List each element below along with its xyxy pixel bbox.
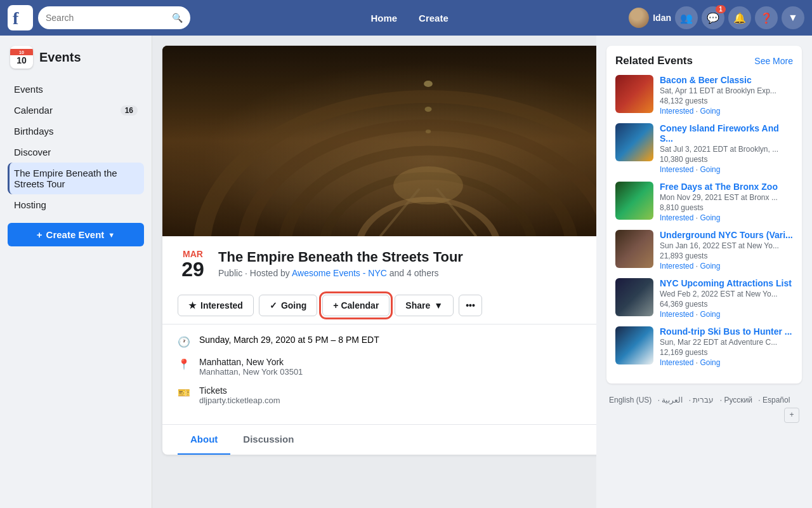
tickets-label: Tickets xyxy=(199,385,622,396)
interested-button[interactable]: ★ Interested xyxy=(178,295,254,316)
notification-badge: 1 xyxy=(716,5,726,13)
search-box: 🔍 xyxy=(38,6,190,29)
related-going-link[interactable]: Going xyxy=(700,262,720,271)
related-interested-link[interactable]: Interested xyxy=(660,213,693,222)
related-thumb xyxy=(615,278,653,316)
share-chevron-icon: ▼ xyxy=(434,300,443,311)
sidebar-item-calendar[interactable]: Calendar 16 xyxy=(8,100,144,121)
more-options-button[interactable]: ••• xyxy=(459,295,482,316)
notifications-icon-btn[interactable]: 🔔 xyxy=(728,6,751,29)
footer-link-spanish[interactable]: Español xyxy=(763,396,790,404)
sidebar-title: Events xyxy=(39,50,81,65)
facebook-logo[interactable]: f xyxy=(8,5,33,30)
tab-about[interactable]: About xyxy=(178,425,230,455)
related-event-when: Sat, Apr 11 EDT at Brooklyn Exp... xyxy=(660,86,793,95)
related-event-guests: 64,369 guests xyxy=(660,300,793,309)
question-icon: ❓ xyxy=(760,12,773,24)
related-event-when: Sun Jan 16, 2022 EST at New Yo... xyxy=(660,241,793,250)
create-link[interactable]: Create xyxy=(410,8,457,29)
location-name: Manhattan, New York xyxy=(199,357,628,367)
sidebar-header: 10 10 Events xyxy=(8,46,144,69)
related-item: NYC Upcoming Attractions List Wed Feb 2,… xyxy=(615,278,793,319)
add-to-calendar-button[interactable]: + Calendar xyxy=(322,295,390,316)
related-event-actions: Interested · Going xyxy=(660,358,793,367)
related-event-actions: Interested · Going xyxy=(660,165,793,174)
location-icon: 📍 xyxy=(178,358,190,370)
search-input[interactable] xyxy=(46,13,168,23)
related-event-when: Sat Jul 3, 2021 EDT at Brooklyn, ... xyxy=(660,145,793,154)
add-language-button[interactable]: + xyxy=(784,408,799,423)
ellipsis-icon: ••• xyxy=(466,300,475,311)
going-label: Going xyxy=(281,300,306,311)
check-icon: ✓ xyxy=(270,300,277,311)
related-item: Free Days at The Bronx Zoo Mon Nov 29, 2… xyxy=(615,182,793,222)
related-going-link[interactable]: Going xyxy=(700,213,720,222)
related-thumb xyxy=(615,326,653,364)
star-icon: ★ xyxy=(188,300,197,311)
related-interested-link[interactable]: Interested xyxy=(660,262,693,271)
related-event-when: Mon Nov 29, 2021 EST at Bronx ... xyxy=(660,193,793,202)
related-event-name[interactable]: NYC Upcoming Attractions List xyxy=(660,278,793,288)
event-host-suffix: and 4 others xyxy=(390,268,439,278)
sidebar-item-birthdays[interactable]: Birthdays xyxy=(8,121,144,142)
messenger-icon-btn[interactable]: 💬 1 xyxy=(702,6,724,29)
calendar-add-label: + Calendar xyxy=(333,300,379,311)
share-button[interactable]: Share ▼ xyxy=(395,295,454,316)
footer-link-hebrew[interactable]: עברית xyxy=(693,396,714,404)
sidebar-item-discover[interactable]: Discover xyxy=(8,142,144,163)
top-navigation: f 🔍 Home Create Idan 👥 💬 1 🔔 xyxy=(0,0,812,36)
related-event-actions: Interested · Going xyxy=(660,213,793,222)
related-event-name[interactable]: Bacon & Beer Classic xyxy=(660,75,793,85)
related-event-name[interactable]: Underground NYC Tours (Vari... xyxy=(660,230,793,240)
plus-icon: + xyxy=(37,229,43,240)
create-chevron-icon: ▼ xyxy=(108,231,115,239)
event-visibility: Public xyxy=(218,268,242,278)
related-event-guests: 8,810 guests xyxy=(660,203,793,212)
messenger-icon: 💬 xyxy=(707,12,719,24)
event-day: 29 xyxy=(178,259,208,279)
related-interested-link[interactable]: Interested xyxy=(660,165,693,174)
sidebar-item-hosting[interactable]: Hosting xyxy=(8,194,144,215)
related-interested-link[interactable]: Interested xyxy=(660,310,693,319)
related-events-panel: Related Events See More Bacon & Beer Cla… xyxy=(596,36,812,508)
related-event-name[interactable]: Free Days at The Bronx Zoo xyxy=(660,182,793,192)
related-event-name[interactable]: Coney Island Fireworks And S... xyxy=(660,123,793,144)
related-thumb xyxy=(615,230,653,268)
menu-chevron-btn[interactable]: ▼ xyxy=(782,6,804,29)
related-thumb xyxy=(615,182,653,220)
bell-icon: 🔔 xyxy=(733,12,746,24)
event-meta: Public · Hosted by Awesome Events - NYC … xyxy=(218,268,463,278)
related-event-guests: 48,132 guests xyxy=(660,97,793,105)
related-item: Coney Island Fireworks And S... Sat Jul … xyxy=(615,123,793,174)
related-event-name[interactable]: Round-trip Ski Bus to Hunter ... xyxy=(660,326,793,337)
related-interested-link[interactable]: Interested xyxy=(660,358,693,367)
footer-link-arabic[interactable]: العربية xyxy=(662,396,683,404)
user-profile[interactable]: Idan xyxy=(629,8,671,28)
help-icon-btn[interactable]: ❓ xyxy=(755,6,778,29)
sidebar-item-events[interactable]: Events xyxy=(8,79,144,100)
tab-discussion[interactable]: Discussion xyxy=(230,425,306,455)
related-going-link[interactable]: Going xyxy=(700,358,720,367)
footer-link-russian[interactable]: Русский xyxy=(724,396,752,404)
related-event-guests: 12,169 guests xyxy=(660,348,793,357)
home-link[interactable]: Home xyxy=(362,8,406,29)
clock-icon: 🕐 xyxy=(178,336,190,348)
related-going-link[interactable]: Going xyxy=(700,310,720,319)
sidebar-item-empire-tour[interactable]: The Empire Beneath the Streets Tour xyxy=(8,163,144,194)
create-event-button[interactable]: + Create Event ▼ xyxy=(8,223,144,246)
related-event-when: Sun, Mar 22 EDT at Adventure C... xyxy=(660,338,793,347)
see-more-button[interactable]: See More xyxy=(754,56,793,66)
tickets-text: Tickets dljparty.ticketleap.com xyxy=(199,385,622,405)
related-item: Underground NYC Tours (Vari... Sun Jan 1… xyxy=(615,230,793,271)
event-host-link[interactable]: Awesome Events - NYC xyxy=(292,268,387,278)
related-going-link[interactable]: Going xyxy=(700,165,720,174)
related-thumb xyxy=(615,75,653,113)
related-event-when: Wed Feb 2, 2022 EST at New Yo... xyxy=(660,290,793,298)
related-info: Coney Island Fireworks And S... Sat Jul … xyxy=(660,123,793,174)
footer-link-english[interactable]: English (US) xyxy=(609,396,652,404)
going-button[interactable]: ✓ Going xyxy=(259,295,317,316)
friends-icon-btn[interactable]: 👥 xyxy=(675,6,698,29)
related-interested-link[interactable]: Interested xyxy=(660,107,693,116)
related-going-link[interactable]: Going xyxy=(700,107,720,116)
create-event-label: Create Event xyxy=(46,229,105,240)
